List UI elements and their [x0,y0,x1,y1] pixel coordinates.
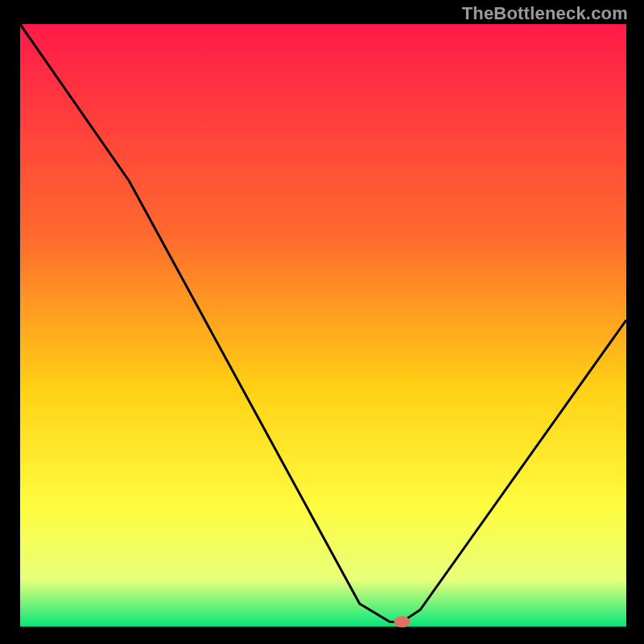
plot-area [20,24,626,628]
chart-frame: TheBottleneck.com [0,0,644,644]
bottleneck-chart [20,24,626,628]
attribution-text: TheBottleneck.com [462,3,628,24]
optimum-marker [394,617,410,628]
